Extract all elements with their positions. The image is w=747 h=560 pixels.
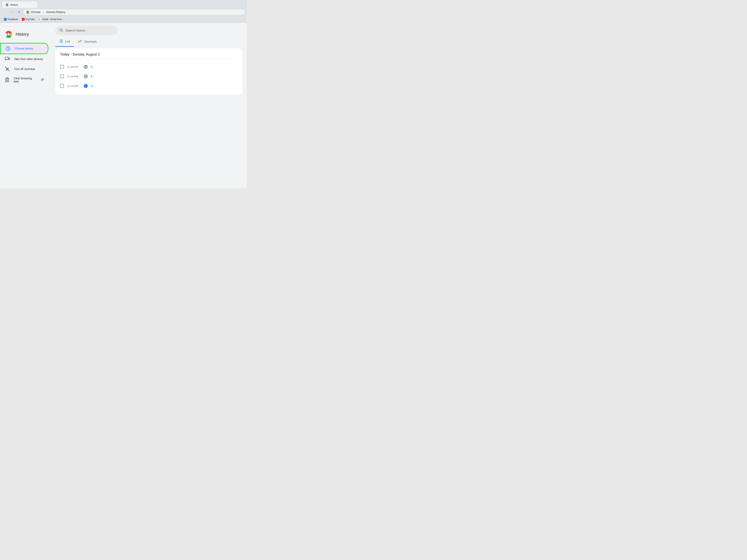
page-header: History — [0, 27, 51, 43]
facebook-bookmark-label: Facebook — [8, 18, 18, 21]
youtube-bookmark-label: YouTube — [26, 18, 35, 21]
journeys-icon — [78, 39, 82, 44]
url-separator: | — [43, 10, 44, 14]
clock-icon — [5, 46, 11, 51]
svg-point-10 — [8, 33, 9, 35]
history-row: 11:14 PM f (1... — [60, 81, 237, 90]
sidebar-item-tabs-other-devices[interactable]: Tabs from other devices — [0, 54, 48, 64]
history-card: Today - Sunday, August 2 11:16 PM E... 1… — [55, 49, 242, 95]
external-link-icon — [41, 78, 44, 82]
tab-favicon-icon — [5, 3, 8, 6]
sidebar-item-turn-off-journeys[interactable]: Turn off Journeys — [0, 64, 48, 74]
history-favicon-1 — [84, 65, 88, 69]
bookmark-gmail[interactable]: G Gmail - Email from... — [37, 17, 65, 21]
bookmarks-bar: f Facebook YouTube G Gmail - Email from.… — [0, 16, 247, 22]
svg-line-16 — [5, 67, 9, 71]
history-title-1[interactable]: E... — [91, 65, 95, 69]
page-content: History Chrome history Tab — [0, 23, 247, 188]
history-checkbox-1[interactable] — [60, 65, 64, 69]
reload-button[interactable]: ↻ — [16, 9, 22, 15]
main-content: Search history List — [51, 23, 247, 188]
gmail-bookmark-label: Gmail - Email from... — [42, 18, 63, 21]
history-title-3[interactable]: (1... — [91, 84, 96, 87]
site-security-icon — [26, 10, 29, 14]
gmail-bookmark-icon: G — [38, 18, 41, 21]
sidebar-item-clear-label: Clear browsing data — [14, 77, 35, 83]
history-row: 11:16 PM E... — [60, 62, 237, 72]
active-tab[interactable]: History — [2, 2, 37, 8]
history-time-1: 11:16 PM — [67, 65, 81, 69]
facebook-bookmark-icon: f — [4, 18, 7, 21]
history-time-3: 11:14 PM — [67, 85, 81, 87]
history-time-2: 11:16 PM — [67, 75, 81, 78]
sidebar-item-journeys-label: Turn off Journeys — [14, 68, 35, 71]
chrome-logo-icon — [5, 30, 12, 38]
svg-rect-12 — [5, 57, 8, 59]
url-tab-label: Chrome — [31, 10, 41, 14]
svg-line-26 — [62, 31, 63, 32]
tab-journeys-label: Journeys — [84, 40, 97, 44]
devices-icon — [5, 57, 10, 61]
address-bar[interactable]: Chrome | chrome://history — [23, 9, 244, 15]
url-text: chrome://history — [46, 10, 65, 14]
sidebar-item-chrome-history[interactable]: Chrome history — [0, 43, 48, 54]
history-checkbox-2[interactable] — [60, 75, 64, 78]
navigation-bar: ← → ↻ Chrome | chrome://history — [0, 8, 247, 16]
bookmark-youtube[interactable]: YouTube — [20, 17, 36, 21]
sidebar-item-clear-browsing-data[interactable]: Clear browsing data — [0, 74, 48, 86]
list-icon — [59, 39, 63, 44]
history-checkbox-3[interactable] — [60, 84, 64, 88]
forward-button[interactable]: → — [9, 9, 15, 15]
history-title-2[interactable]: E... — [91, 75, 95, 78]
view-tabs: List Journeys — [55, 37, 242, 47]
tab-bar: History — [0, 0, 247, 8]
search-icon — [59, 28, 63, 33]
tab-list-label: List — [65, 40, 70, 44]
back-button[interactable]: ← — [2, 9, 8, 15]
search-bar[interactable]: Search history — [55, 26, 118, 35]
journeys-off-icon — [5, 66, 10, 71]
search-placeholder-text: Search history — [66, 29, 85, 32]
history-favicon-3: f — [84, 84, 88, 88]
tab-journeys[interactable]: Journeys — [74, 37, 101, 47]
history-favicon-2 — [84, 75, 88, 78]
bookmark-facebook[interactable]: f Facebook — [2, 17, 20, 21]
sidebar-item-tabs-label: Tabs from other devices — [14, 57, 43, 61]
svg-point-0 — [6, 4, 8, 5]
history-date-header: Today - Sunday, August 2 — [60, 52, 237, 59]
page-title: History — [16, 32, 29, 37]
tab-title-label: History — [10, 3, 18, 6]
sidebar: History Chrome history Tab — [0, 23, 51, 188]
trash-icon — [5, 78, 9, 82]
tab-list[interactable]: List — [55, 37, 74, 47]
sidebar-item-chrome-history-label: Chrome history — [15, 47, 33, 50]
youtube-bookmark-icon — [22, 18, 25, 21]
svg-text:G: G — [39, 18, 40, 21]
history-row: 11:16 PM E... — [60, 72, 237, 81]
svg-rect-19 — [6, 78, 8, 79]
svg-rect-13 — [8, 58, 10, 60]
svg-point-1 — [27, 11, 28, 13]
